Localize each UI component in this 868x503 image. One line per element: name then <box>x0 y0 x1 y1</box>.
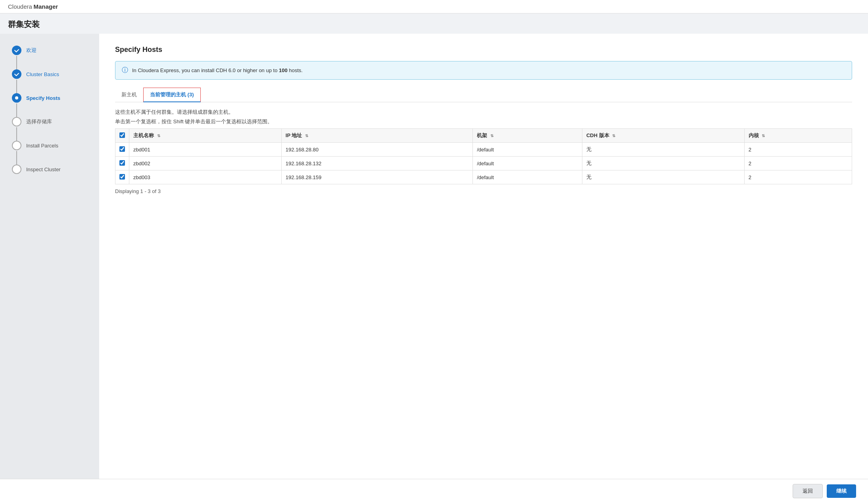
hosts-table: 主机名称 ⇅ IP 地址 ⇅ 机架 ⇅ CDH 版本 ⇅ <box>115 128 852 184</box>
info-banner: ⓘ In Cloudera Express, you can install C… <box>115 61 852 80</box>
tab-managed-hosts[interactable]: 当前管理的主机 (3) <box>143 88 201 102</box>
continue-button[interactable]: 继续 <box>827 484 856 498</box>
step-specify-hosts: Specify Hosts <box>12 93 99 103</box>
brand-manager: Manager <box>34 3 58 10</box>
step-label-cluster-basics[interactable]: Cluster Basics <box>26 71 59 77</box>
step-circle-welcome <box>12 46 21 55</box>
col-header-checkbox <box>115 129 129 143</box>
sort-cdh-icon[interactable]: ⇅ <box>612 134 615 138</box>
sort-ip-icon[interactable]: ⇅ <box>305 134 308 138</box>
table-header-row: 主机名称 ⇅ IP 地址 ⇅ 机架 ⇅ CDH 版本 ⇅ <box>115 129 852 143</box>
desc-text-2: 单击第一个复选框，按住 Shift 键并单击最后一个复选框以选择范围。 <box>115 118 852 125</box>
step-label-inspect-cluster[interactable]: Inspect Cluster <box>26 166 61 172</box>
row-cdh-2: 无 <box>582 170 744 184</box>
section-title: Specify Hosts <box>115 46 852 54</box>
row-checkbox-2[interactable] <box>119 174 125 180</box>
step-install-parcels: Install Parcels <box>12 141 99 150</box>
row-checkbox-cell-1 <box>115 157 129 170</box>
select-all-checkbox[interactable] <box>119 132 125 138</box>
col-header-rack: 机架 ⇅ <box>473 129 582 143</box>
step-label-specify-hosts[interactable]: Specify Hosts <box>26 95 60 101</box>
step-welcome: 欢迎 <box>12 46 99 55</box>
row-rack-2: /default <box>473 170 582 184</box>
row-cores-2: 2 <box>744 170 852 184</box>
info-text: In Cloudera Express, you can install CDH… <box>132 67 303 73</box>
row-hostname-0: zbd001 <box>129 143 282 157</box>
step-label-welcome[interactable]: 欢迎 <box>26 47 36 54</box>
row-rack-0: /default <box>473 143 582 157</box>
step-cluster-basics: Cluster Basics <box>12 69 99 79</box>
col-header-cores: 内核 ⇅ <box>744 129 852 143</box>
main-layout: 欢迎 Cluster Basics Specify Hosts <box>0 34 868 479</box>
row-ip-1: 192.168.28.132 <box>281 157 472 170</box>
info-icon: ⓘ <box>122 66 128 75</box>
row-checkbox-cell-0 <box>115 143 129 157</box>
desc-text-1: 这些主机不属于任何群集。请选择组成群集的主机。 <box>115 109 852 116</box>
step-label-choose-storage[interactable]: 选择存储库 <box>26 118 52 125</box>
back-button[interactable]: 返回 <box>793 484 823 498</box>
row-cdh-0: 无 <box>582 143 744 157</box>
brand-cloudera: Cloudera <box>8 3 32 10</box>
page-title-bar: 群集安装 <box>0 13 868 34</box>
sidebar: 欢迎 Cluster Basics Specify Hosts <box>0 34 99 479</box>
tabs-container: 新主机 当前管理的主机 (3) <box>115 88 852 102</box>
row-cores-0: 2 <box>744 143 852 157</box>
row-checkbox-0[interactable] <box>119 146 125 152</box>
sort-rack-icon[interactable]: ⇅ <box>490 134 494 138</box>
step-inspect-cluster: Inspect Cluster <box>12 164 99 174</box>
row-cores-1: 2 <box>744 157 852 170</box>
svg-point-0 <box>15 96 18 99</box>
row-ip-2: 192.168.28.159 <box>281 170 472 184</box>
tab-new-host[interactable]: 新主机 <box>115 88 143 102</box>
content-area: Specify Hosts ⓘ In Cloudera Express, you… <box>99 34 868 479</box>
row-hostname-2: zbd003 <box>129 170 282 184</box>
step-circle-inspect-cluster <box>12 164 21 174</box>
row-rack-1: /default <box>473 157 582 170</box>
step-list: 欢迎 Cluster Basics Specify Hosts <box>0 46 99 174</box>
table-row: zbd002 192.168.28.132 /default 无 2 <box>115 157 852 170</box>
col-header-cdh: CDH 版本 ⇅ <box>582 129 744 143</box>
row-cdh-1: 无 <box>582 157 744 170</box>
step-circle-cluster-basics <box>12 69 21 79</box>
sort-cores-icon[interactable]: ⇅ <box>762 134 765 138</box>
footer-bar: 返回 继续 <box>0 479 868 503</box>
step-label-install-parcels[interactable]: Install Parcels <box>26 143 58 149</box>
table-row: zbd003 192.168.28.159 /default 无 2 <box>115 170 852 184</box>
row-hostname-1: zbd002 <box>129 157 282 170</box>
step-choose-storage: 选择存储库 <box>12 117 99 126</box>
table-body: zbd001 192.168.28.80 /default 无 2 zbd002… <box>115 143 852 184</box>
top-nav: Cloudera Manager <box>0 0 868 13</box>
col-header-ip: IP 地址 ⇅ <box>281 129 472 143</box>
step-circle-install-parcels <box>12 141 21 150</box>
step-circle-choose-storage <box>12 117 21 126</box>
step-circle-specify-hosts <box>12 93 21 103</box>
row-ip-0: 192.168.28.80 <box>281 143 472 157</box>
displaying-text: Displaying 1 - 3 of 3 <box>115 188 852 194</box>
row-checkbox-1[interactable] <box>119 160 125 166</box>
row-checkbox-cell-2 <box>115 170 129 184</box>
sort-hostname-icon[interactable]: ⇅ <box>157 134 160 138</box>
col-header-hostname: 主机名称 ⇅ <box>129 129 282 143</box>
table-row: zbd001 192.168.28.80 /default 无 2 <box>115 143 852 157</box>
page-title: 群集安装 <box>8 19 860 30</box>
